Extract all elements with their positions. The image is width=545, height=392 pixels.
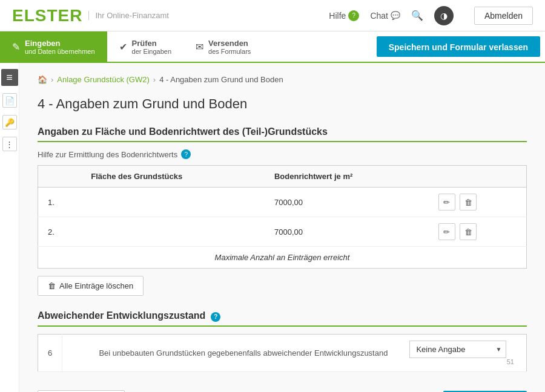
abmelden-button[interactable]: Abmelden xyxy=(474,7,533,25)
help-icon: ? xyxy=(348,10,359,21)
section2-label: Bei unbebauten Grundstücken gegebenenfal… xyxy=(62,334,400,371)
chat-label: Chat xyxy=(370,11,388,21)
delete-all-button[interactable]: 🗑 Alle Einträge löschen xyxy=(38,276,144,296)
chat-nav-item[interactable]: Chat 💬 xyxy=(370,11,400,21)
versenden-icon: ✉ xyxy=(196,41,203,53)
row2-delete-button[interactable]: 🗑 xyxy=(460,223,477,240)
nav-item-versenden[interactable]: ✉ Versenden des Formulars xyxy=(183,31,263,62)
more-icon: ⋮ xyxy=(5,140,13,149)
footer-nav: ‹ Vorherige Seite Nächste Seite › xyxy=(38,384,527,393)
help-row: Hilfe zur Ermittlung des Bodenrichtwerts… xyxy=(38,149,527,159)
nav-eingeben-sub: und Daten übernehmen xyxy=(25,48,95,55)
row2-actions: ✏ 🗑 xyxy=(426,217,527,247)
th-actions xyxy=(426,166,527,188)
key-icon: 🔑 xyxy=(5,118,15,127)
row1-flaeche xyxy=(81,188,265,217)
row2-num: 2. xyxy=(38,217,82,247)
nav-versenden-title: Versenden xyxy=(208,39,251,48)
search-icon: 🔍 xyxy=(411,10,423,21)
char-count: 51 xyxy=(409,358,517,365)
section2-table: 6 Bei unbebauten Grundstücken gegebenenf… xyxy=(38,334,527,372)
pruefen-icon: ✔ xyxy=(119,41,127,53)
theme-icon: ◑ xyxy=(440,11,448,21)
home-icon[interactable]: 🏠 xyxy=(38,75,47,84)
main-content: 🏠 › Anlage Grundstück (GW2) › 4 - Angabe… xyxy=(19,63,545,392)
max-reached-text: Maximale Anzahl an Einträgen erreicht xyxy=(38,247,527,269)
prev-page-button[interactable]: ‹ Vorherige Seite xyxy=(38,390,125,393)
nav-item-pruefen[interactable]: ✔ Prüfen der Eingaben xyxy=(107,31,183,62)
theme-toggle-button[interactable]: ◑ xyxy=(434,6,454,25)
th-bodenrichtwert: Bodenrichtwert je m² xyxy=(265,166,426,188)
menu-icon: ≡ xyxy=(6,71,13,84)
help-nav-item[interactable]: Hilfe ? xyxy=(329,10,359,21)
section2-row-num: 6 xyxy=(38,334,62,371)
breadcrumb-sep1: › xyxy=(51,75,53,84)
section2-row: 6 Bei unbebauten Grundstücken gegebenenf… xyxy=(38,334,527,371)
row1-actions: ✏ 🗑 xyxy=(426,188,527,217)
th-num xyxy=(38,166,82,188)
breadcrumb-current: 4 - Angaben zum Grund und Boden xyxy=(159,75,283,84)
logo-elster: ELSTER xyxy=(12,6,82,25)
sidebar: ≡ 📄 🔑 ⋮ xyxy=(0,63,19,392)
chat-icon: 💬 xyxy=(391,11,400,20)
section1-title: Angaben zu Fläche und Bodenrichtwert des… xyxy=(38,126,527,142)
logo-subtitle: Ihr Online-Finanzamt xyxy=(88,11,168,20)
help-label: Hilfe xyxy=(329,11,346,21)
delete-all-label: Alle Einträge löschen xyxy=(59,281,133,290)
sidebar-icon-more[interactable]: ⋮ xyxy=(2,137,17,151)
header: ELSTER Ihr Online-Finanzamt Hilfe ? Chat… xyxy=(0,0,545,31)
help-tooltip-icon[interactable]: ? xyxy=(181,149,191,159)
breadcrumb-sep2: › xyxy=(153,75,156,84)
row1-num: 1. xyxy=(38,188,82,217)
nav-pruefen-title: Prüfen xyxy=(132,39,171,48)
section2-select-wrapper: Keine Angabe Option 1 Option 2 xyxy=(409,341,506,358)
entwicklungszustand-select[interactable]: Keine Angabe Option 1 Option 2 xyxy=(409,341,506,358)
help-row-text: Hilfe zur Ermittlung des Bodenrichtwerts xyxy=(38,150,177,159)
row1-edit-button[interactable]: ✏ xyxy=(438,194,455,211)
nav-item-eingeben[interactable]: ✎ Eingeben und Daten übernehmen xyxy=(0,31,107,62)
table-row: 2. 7000,00 ✏ 🗑 xyxy=(38,217,527,247)
nav-eingeben-title: Eingeben xyxy=(25,39,95,48)
row1-delete-button[interactable]: 🗑 xyxy=(460,194,477,211)
row2-edit-button[interactable]: ✏ xyxy=(438,223,455,240)
eingeben-icon: ✎ xyxy=(12,41,20,53)
delete-all-icon: 🗑 xyxy=(48,281,56,290)
th-flaeche: Fläche des Grundstücks xyxy=(81,166,265,188)
layout: ≡ 📄 🔑 ⋮ 🏠 › Anlage Grundstück (GW2) › 4 … xyxy=(0,63,545,392)
sidebar-icon-key[interactable]: 🔑 xyxy=(2,115,17,129)
section2-help-icon[interactable]: ? xyxy=(211,312,220,322)
table-row: 1. 7000,00 ✏ 🗑 xyxy=(38,188,527,217)
header-nav: Hilfe ? Chat 💬 🔍 ◑ Abmelden xyxy=(329,6,533,25)
sidebar-icon-document[interactable]: 📄 xyxy=(2,93,17,108)
section2-select-cell: Keine Angabe Option 1 Option 2 51 xyxy=(400,334,526,371)
row2-bodenrichtwert: 7000,00 xyxy=(265,217,426,247)
nav-bar: ✎ Eingeben und Daten übernehmen ✔ Prüfen… xyxy=(0,31,545,63)
sidebar-menu-button[interactable]: ≡ xyxy=(1,69,18,86)
breadcrumb-link-gw2[interactable]: Anlage Grundstück (GW2) xyxy=(57,75,149,84)
bodenrichtwert-table: Fläche des Grundstücks Bodenrichtwert je… xyxy=(38,165,527,269)
nav-versenden-sub: des Formulars xyxy=(208,48,251,55)
max-reached-row: Maximale Anzahl an Einträgen erreicht xyxy=(38,247,527,269)
nav-pruefen-sub: der Eingaben xyxy=(132,48,171,55)
document-icon: 📄 xyxy=(5,96,15,105)
page-title: 4 - Angaben zum Grund und Boden xyxy=(38,96,527,112)
breadcrumb: 🏠 › Anlage Grundstück (GW2) › 4 - Angabe… xyxy=(38,75,527,84)
search-button[interactable]: 🔍 xyxy=(411,10,423,21)
row1-bodenrichtwert: 7000,00 xyxy=(265,188,426,217)
section2-title: Abweichender Entwicklungszustand ? xyxy=(38,310,527,327)
save-leave-button[interactable]: Speichern und Formular verlassen xyxy=(377,36,540,57)
row2-flaeche xyxy=(81,217,265,247)
